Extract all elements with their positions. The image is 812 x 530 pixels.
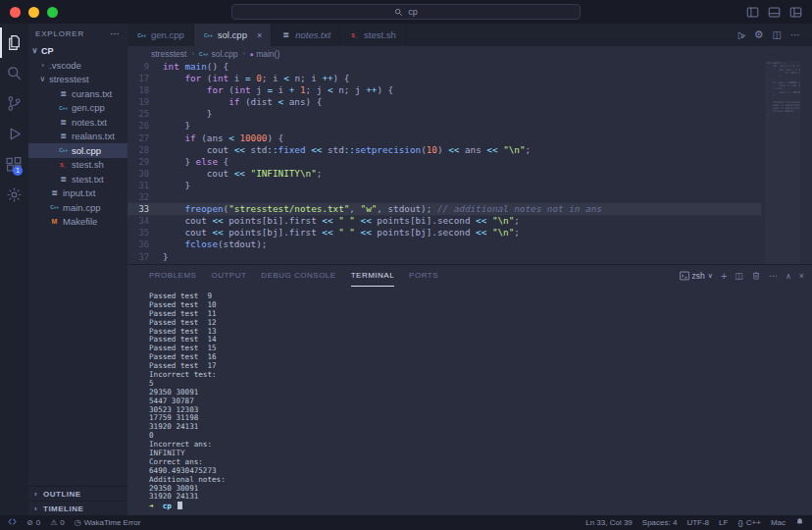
file-item-stresstest[interactable]: ∨stresstest — [28, 73, 127, 87]
panel-tab-debug-console[interactable]: DEBUG CONSOLE — [261, 265, 335, 287]
terminal-shell-selector[interactable]: zsh ∨ — [680, 271, 713, 281]
prompt-cwd: cp — [163, 502, 172, 510]
panel-tab-output[interactable]: OUTPUT — [211, 265, 246, 287]
terminal-line: 5 — [149, 380, 812, 389]
split-terminal-icon[interactable]: ◫ — [735, 271, 743, 281]
shell-label: zsh — [692, 271, 705, 281]
traffic-lights — [10, 7, 58, 18]
split-editor-icon[interactable]: ◫ — [773, 29, 782, 40]
editor-group: C++gen.cppC++sol.cpp×≣notes.txt$_stest.s… — [127, 24, 812, 515]
activity-run-debug[interactable] — [0, 119, 28, 149]
tab-stest.sh[interactable]: $_stest.sh — [340, 24, 406, 46]
kill-terminal-icon[interactable] — [751, 271, 761, 281]
file-item-stest.sh[interactable]: $_stest.sh — [28, 158, 127, 173]
close-icon[interactable]: × — [257, 30, 262, 40]
file-item-realans.txt[interactable]: ≣realans.txt — [28, 130, 127, 144]
cpp-file-icon: C++ — [58, 147, 69, 153]
tab-sol.cpp[interactable]: C++sol.cpp× — [194, 24, 272, 46]
toggle-sidebar-icon[interactable] — [746, 6, 759, 19]
status-right-utf-8[interactable]: UTF-8 — [686, 518, 709, 527]
file-label: input.txt — [63, 187, 95, 198]
minimap[interactable]: int main() { for (int i = 0; i < n; i ++… — [765, 61, 800, 264]
code-line-34: 34 cout << points[bi].first << " " << po… — [127, 215, 761, 227]
file-item-main.cpp[interactable]: C++main.cpp — [28, 200, 127, 215]
file-item-notes.txt[interactable]: ≣notes.txt — [28, 115, 127, 130]
status-right: Ln 33, Col 39Spaces: 4UTF-8LF{}C++Mac — [585, 517, 804, 528]
breadcrumb-label: main() — [256, 49, 279, 59]
run-dropdown-chevron-icon[interactable]: ∨ — [740, 32, 745, 39]
close-panel-icon[interactable]: × — [799, 271, 804, 281]
zoom-window-button[interactable] — [47, 7, 58, 18]
terminal-prompt: ➜ cp — [149, 502, 812, 510]
status-right-lf[interactable]: LF — [719, 518, 728, 527]
line-content: fclose(stdout); — [163, 238, 267, 250]
status-right-mac[interactable]: Mac — [771, 518, 786, 527]
minimize-window-button[interactable] — [28, 7, 39, 18]
configure-gear-icon[interactable]: ⚙ — [754, 28, 764, 41]
file-item-gen.cpp[interactable]: C++gen.cpp — [28, 101, 127, 116]
close-window-button[interactable] — [10, 7, 21, 18]
code-line-31: 31 } — [127, 180, 761, 191]
activity-search[interactable] — [0, 58, 28, 88]
panel-tabs: PROBLEMSOUTPUTDEBUG CONSOLETERMINALPORTS — [149, 265, 453, 287]
line-number: 19 — [127, 96, 149, 108]
terminal-output[interactable]: Passed test 9Passed test 10Passed test 1… — [127, 287, 812, 515]
terminal-line: Passed test 16 — [149, 353, 812, 362]
status-right-bell[interactable] — [795, 517, 804, 528]
status-right-spaces-4[interactable]: Spaces: 4 — [642, 518, 678, 527]
activity-extensions[interactable]: 1 — [0, 149, 28, 180]
terminal-line: 29350 30091 — [149, 485, 812, 494]
maximize-panel-icon[interactable]: ∧ — [786, 272, 791, 281]
panel-tab-terminal[interactable]: TERMINAL — [351, 265, 394, 287]
breadcrumb-separator-icon: › — [191, 49, 194, 58]
activity-source-control[interactable] — [0, 88, 28, 119]
activity-explorer[interactable] — [0, 27, 28, 58]
status-bar: ⊘0⚠0◷WakaTime Error Ln 33, Col 39Spaces:… — [0, 515, 812, 530]
file-item-input.txt[interactable]: ≣input.txt — [28, 186, 127, 201]
status-left-wakatime-error[interactable]: ◷WakaTime Error — [75, 518, 141, 527]
status-left-remote[interactable] — [8, 517, 17, 528]
tab-gen.cpp[interactable]: C++gen.cpp — [127, 24, 194, 46]
new-terminal-button[interactable]: + — [721, 270, 727, 282]
explorer-more-actions-icon[interactable]: ⋯ — [110, 28, 121, 39]
clock-icon: ◷ — [75, 518, 81, 527]
panel-header: PROBLEMSOUTPUTDEBUG CONSOLETERMINALPORTS… — [127, 265, 812, 287]
panel-more-actions-icon[interactable]: ⋯ — [769, 271, 778, 281]
run-file-button[interactable]: ▷∨ — [738, 29, 745, 40]
file-item-.vscode[interactable]: ›.vscode — [28, 58, 127, 73]
terminal-line: Passed test 15 — [149, 344, 812, 353]
sidebar-section-outline[interactable]: ›OUTLINE — [28, 486, 127, 501]
remote-icon — [8, 517, 17, 526]
code-editor[interactable]: 9int main() {17 for (int i = 0; i < n; i… — [127, 61, 812, 264]
more-actions-icon[interactable]: ⋯ — [790, 29, 800, 40]
status-left-0[interactable]: ⊘0 — [26, 518, 40, 527]
chevron-down-icon: ∨ — [31, 46, 38, 55]
sidebar-sections: ›OUTLINE›TIMELINE — [28, 486, 127, 515]
breadcrumb-item-sol.cpp[interactable]: C++sol.cpp — [199, 49, 237, 59]
panel-tab-problems[interactable]: PROBLEMS — [149, 265, 196, 287]
sidebar-section-timeline[interactable]: ›TIMELINE — [28, 501, 127, 515]
breadcrumb-item-main()[interactable]: ■main() — [250, 49, 279, 59]
code-line-33: 33 freopen("stresstest/notes.txt", "w", … — [127, 203, 761, 215]
tab-notes.txt[interactable]: ≣notes.txt — [272, 24, 340, 46]
workspace-root-item[interactable]: ∨ CP — [28, 43, 127, 58]
activity-settings[interactable] — [0, 180, 28, 210]
code-line-27: 27 if (ans < 10000) { — [127, 132, 761, 144]
terminal-line: Passed test 9 — [149, 292, 812, 301]
file-item-Makefile[interactable]: MMakefile — [28, 215, 127, 230]
panel-tab-ports[interactable]: PORTS — [409, 265, 438, 287]
status-left-0[interactable]: ⚠0 — [50, 518, 65, 527]
command-center[interactable]: cp — [231, 4, 581, 20]
status-right-c-[interactable]: {}C++ — [737, 518, 760, 527]
file-item-stest.txt[interactable]: ≣stest.txt — [28, 172, 127, 186]
code-lines[interactable]: 9int main() {17 for (int i = 0; i < n; i… — [127, 61, 761, 264]
warning-icon: ⚠ — [50, 518, 57, 527]
code-line-26: 26 } — [127, 120, 761, 132]
customize-layout-icon[interactable] — [789, 6, 802, 19]
breadcrumb-item-stresstest[interactable]: stresstest — [151, 49, 186, 59]
toggle-panel-icon[interactable] — [768, 6, 781, 19]
file-item-sol.cpp[interactable]: C++sol.cpp — [28, 143, 127, 158]
status-right-ln-33-col-39[interactable]: Ln 33, Col 39 — [585, 518, 633, 527]
chevron-right-icon: › — [32, 490, 39, 499]
file-item-curans.txt[interactable]: ≣curans.txt — [28, 86, 127, 101]
